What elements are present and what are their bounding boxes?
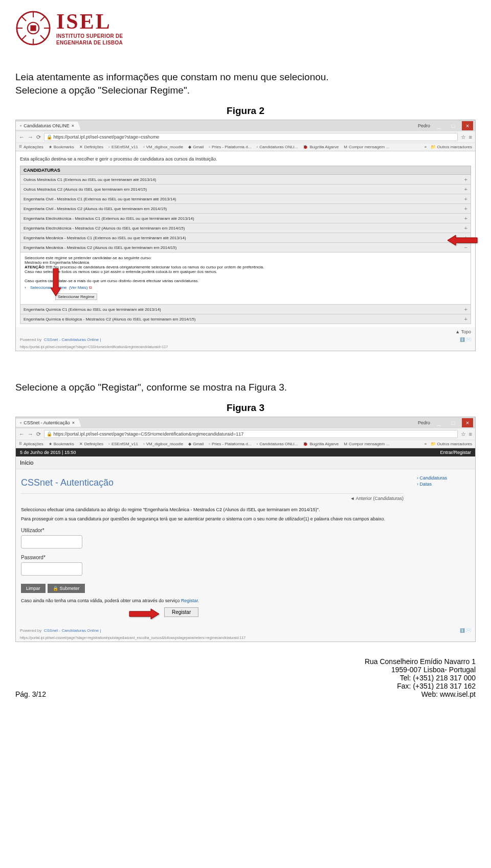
window-minimize-icon[interactable]: _ [433,121,444,130]
bookmark-other[interactable]: 📁 Outros marcadores [431,442,472,446]
expand-icon[interactable]: + [464,306,467,312]
bookmark-item[interactable]: ▫ VM_digibox_moodle [143,145,183,149]
bookmarks-bar: ⠿ Aplicações ★ Bookmarks ✕ Definições ▫ … [16,440,475,448]
bookmark-item[interactable]: ✕ Definições [79,145,103,149]
menu-icon[interactable]: ≡ [469,431,472,437]
reload-icon[interactable]: ⟳ [36,431,41,438]
figure-3-label: Figura 3 [15,402,476,414]
bookmark-item[interactable]: ◆ Gmail [188,442,204,446]
bookmark-item[interactable]: ▫ ESEnfSM_v11 [108,145,138,149]
bookmark-item[interactable]: ▫ VM_digibox_moodle [143,442,183,446]
page-footer: Pág. 3/12 Rua Conselheiro Emídio Navarro… [15,657,476,698]
candidatura-row[interactable]: Outros Mestrados C2 (Alunos do ISEL que … [20,185,471,194]
external-link-icon: ⧉ [89,285,92,290]
anterior-link[interactable]: ◄ Anterior (Candidaturas) [21,494,404,503]
address-bar[interactable]: 🔒 https://portal.ipl.pt/isel-cssnet/page… [44,133,458,141]
sidebar-link-datas[interactable]: › Datas [417,482,472,487]
candidatura-row[interactable]: Engenharia Civil - Mestrados C1 (Externo… [20,194,471,204]
bookmark-item[interactable]: M Compor mensagem ... [344,145,389,149]
ver-mais-link[interactable]: (Ver Mais) [69,285,87,290]
bookmark-item[interactable]: ▫ Candidaturas ONLI... [256,442,298,446]
registar-link[interactable]: Registar [181,598,198,603]
svg-marker-12 [51,268,61,296]
cssnet-link[interactable]: CSSnet - Candidaturas Online | [44,628,101,633]
browser-tab[interactable]: ▫ Candidaturas ONLINE × [16,122,81,130]
candidatura-row[interactable]: Outros Mestrados C1 (Externos ao ISEL ou… [20,175,471,185]
window-maximize-icon[interactable]: □ [448,418,459,427]
password-input[interactable] [21,562,82,576]
breadcrumb-inicio[interactable]: Início [16,456,475,469]
bookmark-item[interactable]: ▫ Pries - Plataforma d... [209,145,251,149]
entrar-registar-link[interactable]: Entrar/Registar [440,450,471,455]
forward-icon[interactable]: → [28,134,33,140]
svg-line-8 [40,17,44,21]
submeter-button[interactable]: 🔒Submeter [48,584,85,593]
back-icon[interactable]: ← [19,431,25,437]
menu-icon[interactable]: ≡ [469,134,472,140]
bookmark-item[interactable]: ★ Bookmarks [49,145,74,149]
bookmark-more[interactable]: » [425,442,427,446]
bookmark-other[interactable]: 📁 Outros marcadores [431,145,472,149]
candidatura-row[interactable]: Engenharia Civil - Mestrados C2 (Alunos … [20,204,471,214]
window-close-icon[interactable]: × [462,121,473,130]
candidatura-row[interactable]: Engenharia Electrotécnica - Mestrados C2… [20,223,471,233]
bookmark-item[interactable]: 🐞 Bugzilla Algarve [303,145,339,149]
status-bar-url: https://portal.ipl.pt/isel-cssnet/page?s… [16,343,475,351]
limpar-button[interactable]: Limpar [21,584,46,593]
url-text: https://portal.ipl.pt/isel-cssnet/page?s… [54,431,244,437]
logo-sub2: ENGENHARIA DE LISBOA [56,40,123,45]
window-close-icon[interactable]: × [462,418,473,427]
expand-icon[interactable]: + [464,205,467,212]
bookmark-item[interactable]: ◆ Gmail [188,145,204,149]
sidebar-link-candidaturas[interactable]: › Candidaturas [417,475,472,481]
powered-by: Powered by [20,337,41,342]
page-icon: ▫ [20,420,21,425]
detail-line: Caso queira candidatar-se a mais do que … [25,279,466,283]
footer-address-2: 1959-007 Lisboa- Portugal [365,666,476,674]
url-text: https://portal.ipl.pt/isel-cssnet/page?s… [54,134,160,140]
bookmark-item[interactable]: ✕ Definições [79,442,103,446]
bookmark-item[interactable]: ★ Bookmarks [49,442,74,446]
topo-link[interactable]: ▲ Topo [16,327,475,336]
isel-logo: ISEL INSTITUTO SUPERIOR DE ENGENHARIA DE… [15,10,476,46]
candidatura-row[interactable]: Engenharia Electrotécnica - Mestrados C1… [20,214,471,223]
reload-icon[interactable]: ⟳ [36,134,41,141]
browser-tab[interactable]: ▫ CSSnet - Autenticação × [16,419,81,427]
bookmark-item[interactable]: ⠿ Aplicações [19,145,43,149]
svg-marker-13 [129,609,159,619]
expand-icon[interactable]: + [464,316,467,322]
bookmark-item[interactable]: ⠿ Aplicações [19,442,43,446]
address-bar[interactable]: 🔒 https://portal.ipl.pt/isel-cssnet/page… [44,430,458,438]
candidatura-row-expanded[interactable]: Engenharia Mecânica - Mestrados C2 (Alun… [20,243,471,253]
window-maximize-icon[interactable]: □ [448,121,459,130]
expand-icon[interactable]: + [464,225,467,231]
annotation-arrow-icon [448,234,478,246]
registar-button[interactable]: Registar [164,607,198,617]
cssnet-link[interactable]: CSSnet - Candidaturas Online | [44,337,101,342]
window-minimize-icon[interactable]: _ [433,418,444,427]
auth-desc-2: Para prosseguir com a sua candidatura po… [21,516,404,521]
star-icon[interactable]: ☆ [461,134,466,141]
expand-icon[interactable]: + [464,215,467,221]
expand-icon[interactable]: + [464,186,467,192]
tab-close-icon[interactable]: × [72,123,74,128]
candidatura-row[interactable]: Engenharia Química C1 (Externos ao ISEL … [20,305,471,314]
chevron-right-icon: › [25,285,26,290]
bookmark-item[interactable]: ▫ Candidaturas ONLI... [256,145,298,149]
back-icon[interactable]: ← [19,134,25,140]
star-icon[interactable]: ☆ [461,431,466,438]
bookmark-item[interactable]: M Compor mensagem ... [344,442,389,446]
utilizador-input[interactable] [21,535,82,549]
expand-icon[interactable]: + [464,176,467,182]
password-label: Password* [21,555,404,560]
candidatura-row[interactable]: Engenharia Química e Biológica - Mestrad… [20,314,471,324]
bookmark-item[interactable]: ▫ Pries - Plataforma d... [209,442,251,446]
bookmark-more[interactable]: » [425,145,427,149]
tab-close-icon[interactable]: × [72,420,75,425]
bookmark-item[interactable]: 🐞 Bugzilla Algarve [303,442,339,446]
forward-icon[interactable]: → [28,431,33,437]
candidatura-row[interactable]: Engenharia Mecânica - Mestrados C1 (Exte… [20,233,471,243]
expand-icon[interactable]: + [464,196,467,202]
bookmark-item[interactable]: ▫ ESEnfSM_v11 [108,442,138,446]
user-name: Pedro [418,420,430,425]
